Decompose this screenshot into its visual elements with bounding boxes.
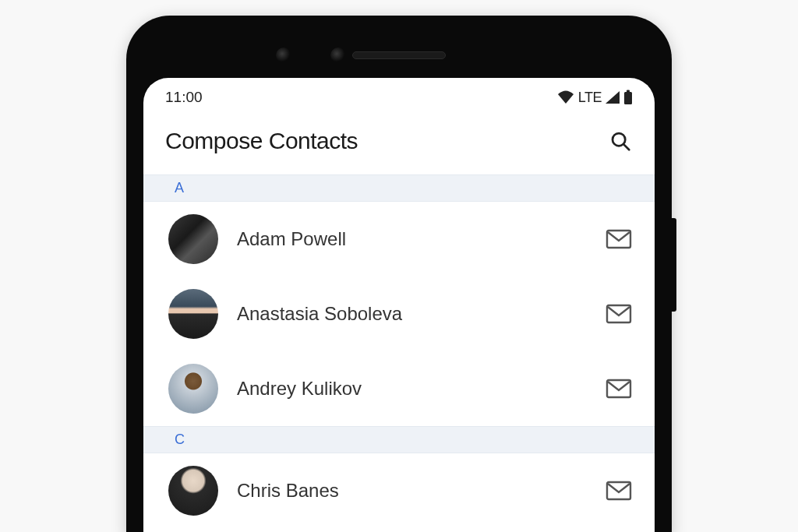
status-indicators: LTE xyxy=(556,90,633,106)
contact-name: Anastasia Soboleva xyxy=(237,303,586,325)
mail-button[interactable] xyxy=(605,225,633,253)
svg-rect-1 xyxy=(627,90,630,93)
contact-avatar xyxy=(168,289,218,339)
contact-row[interactable]: Chris Banes xyxy=(143,453,655,528)
svg-line-3 xyxy=(623,144,629,150)
status-time: 11:00 xyxy=(165,89,203,106)
contact-avatar xyxy=(168,364,218,414)
contacts-list[interactable]: AAdam PowellAnastasia SobolevaAndrey Kul… xyxy=(143,174,655,528)
contact-name: Adam Powell xyxy=(237,228,586,250)
mail-icon xyxy=(606,481,632,501)
contact-row[interactable]: Andrey Kulikov xyxy=(143,351,655,426)
mail-button[interactable] xyxy=(605,300,633,328)
section-header-c: C xyxy=(143,426,655,453)
mail-icon xyxy=(606,379,632,399)
front-camera-sensor xyxy=(276,48,291,63)
mail-button[interactable] xyxy=(605,375,633,403)
contact-avatar xyxy=(168,214,218,264)
cellular-signal-icon xyxy=(605,90,620,104)
battery-icon xyxy=(623,90,633,105)
mail-button[interactable] xyxy=(605,477,633,505)
network-label: LTE xyxy=(578,90,602,106)
contact-row[interactable]: Anastasia Soboleva xyxy=(143,277,655,351)
mail-icon xyxy=(606,229,632,249)
contact-avatar xyxy=(168,466,218,516)
front-camera-lens xyxy=(330,48,346,63)
svg-rect-0 xyxy=(624,92,632,104)
app-title: Compose Contacts xyxy=(165,128,358,154)
section-header-a: A xyxy=(143,174,655,202)
mail-icon xyxy=(606,304,632,324)
phone-screen: 11:00 LTE Compose Contacts AAdam PowellA… xyxy=(143,78,655,532)
search-icon xyxy=(609,129,632,153)
contact-name: Andrey Kulikov xyxy=(237,378,586,400)
phone-top-bezel xyxy=(143,33,655,78)
wifi-icon xyxy=(556,90,575,105)
contact-row[interactable]: Adam Powell xyxy=(143,202,655,277)
status-bar: 11:00 LTE xyxy=(143,78,655,112)
earpiece-speaker xyxy=(352,51,446,59)
phone-frame: 11:00 LTE Compose Contacts AAdam PowellA… xyxy=(126,16,672,532)
app-bar: Compose Contacts xyxy=(143,112,655,174)
phone-side-button xyxy=(672,218,676,312)
contact-name: Chris Banes xyxy=(237,480,586,502)
search-button[interactable] xyxy=(608,129,633,153)
